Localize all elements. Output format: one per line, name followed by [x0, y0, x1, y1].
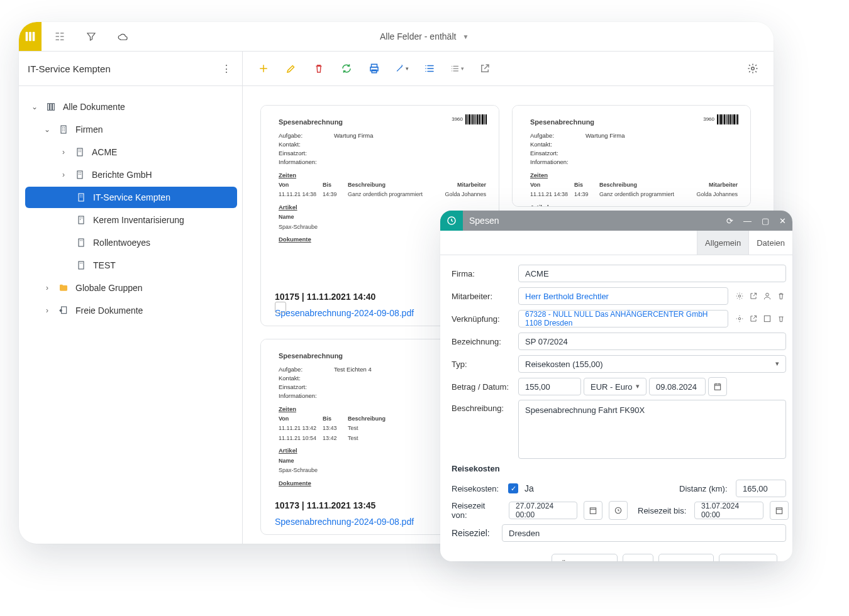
chevron-right-icon: ›: [59, 170, 68, 179]
label-firma: Firma:: [452, 269, 518, 278]
input-bezeichnung[interactable]: SP 07/2024: [518, 333, 786, 350]
dialog-titlebar[interactable]: Spesen ⟳ — ▢ ✕: [440, 211, 792, 231]
input-verknuepfung[interactable]: 67328 - NULL NULL Das ANHÄNGERCENTER Gmb…: [518, 310, 728, 327]
delete-icon[interactable]: [312, 62, 326, 75]
tree-label: Alle Dokumente: [63, 102, 233, 112]
svg-rect-10: [79, 216, 84, 224]
label-reisezeit-bis: Reisezeit bis:: [638, 506, 688, 515]
delete-icon[interactable]: [776, 291, 786, 301]
input-distanz[interactable]: 165,00: [736, 480, 786, 497]
person-icon[interactable]: [762, 291, 772, 301]
svg-rect-13: [62, 307, 67, 314]
tree-node-firmen[interactable]: ⌄ Firmen: [25, 119, 237, 140]
open-external-icon[interactable]: [748, 314, 758, 324]
sidebar: IT-Service Kempten ⋮ ⌄ Alle Dokumente ⌄ …: [19, 52, 243, 544]
svg-rect-12: [79, 261, 84, 269]
dialog-buttons: Übernehmen OK OK & Neu Abbrechen: [452, 546, 786, 561]
doc-preview: 3960 Spesenabrechnung Aufgabe:Wartung Fi…: [513, 106, 750, 207]
btn-uebernehmen[interactable]: Übernehmen: [552, 554, 618, 561]
btn-ok[interactable]: OK: [623, 554, 653, 561]
calendar-icon[interactable]: [770, 501, 789, 520]
calendar-icon[interactable]: [708, 377, 727, 396]
input-reisezeit-bis[interactable]: 31.07.2024 00:00: [694, 502, 763, 519]
cloud-icon[interactable]: [116, 30, 130, 43]
svg-point-20: [766, 293, 769, 296]
refresh-icon[interactable]: [340, 62, 353, 75]
input-datum[interactable]: 09.08.2024: [649, 378, 706, 395]
calendar-icon[interactable]: [584, 501, 602, 520]
document-export-icon: [58, 305, 69, 316]
select-typ[interactable]: Reisekosten (155,00): [518, 355, 786, 373]
tree-node-firma-selected[interactable]: IT-Service Kempten: [25, 187, 237, 208]
chevron-down-icon: ⌄: [30, 102, 39, 111]
checkbox-reisekosten[interactable]: ✓: [508, 483, 518, 493]
kebab-menu-icon[interactable]: ⋮: [219, 63, 233, 75]
input-betrag[interactable]: 155,00: [518, 378, 581, 395]
spesen-dialog: Spesen ⟳ — ▢ ✕ Allgemein Dateien Firma: …: [440, 211, 792, 561]
gear-icon[interactable]: [735, 314, 745, 324]
close-icon[interactable]: ✕: [779, 216, 786, 226]
chevron-right-icon: ›: [43, 283, 52, 292]
tree-node-firma[interactable]: TEST: [25, 255, 237, 276]
input-firma[interactable]: ACME: [518, 265, 786, 282]
input-reisezeit-von[interactable]: 27.07.2024 00:00: [509, 502, 577, 519]
caret-down-icon: ▼: [462, 33, 469, 40]
tree-node-firma[interactable]: › Berichte GmbH: [25, 164, 237, 185]
search-mode-select[interactable]: Alle Felder - enthält ▼: [380, 31, 469, 41]
clock-icon[interactable]: [609, 501, 628, 520]
tree-node-globale[interactable]: › Globale Gruppen: [25, 277, 237, 299]
building-icon: [74, 169, 86, 180]
select-waehrung[interactable]: EUR - Euro: [584, 378, 646, 395]
gear-icon[interactable]: [746, 62, 760, 75]
doc-card[interactable]: 3960 Spesenabrechnung Aufgabe:Wartung Fi…: [512, 105, 751, 207]
tree-node-firma[interactable]: Rollentwoeyes: [25, 232, 237, 253]
tree-label: ACME: [92, 147, 233, 157]
label-reiseziel: Reiseziel:: [452, 528, 502, 538]
gear-icon[interactable]: [735, 291, 745, 301]
print-icon[interactable]: [367, 62, 381, 75]
select-checkbox[interactable]: [275, 302, 286, 313]
search-mode-label: Alle Felder - enthält: [380, 31, 456, 41]
open-external-icon[interactable]: [478, 62, 492, 75]
magic-icon[interactable]: ▾: [395, 62, 409, 75]
label-bezeichnung: Bezeichnung:: [452, 337, 518, 346]
open-external-icon[interactable]: [748, 291, 758, 301]
tree-node-firma[interactable]: Kerem Inventarisierung: [25, 209, 237, 231]
delete-icon[interactable]: [776, 314, 786, 324]
input-reiseziel[interactable]: Dresden: [502, 524, 786, 542]
section-reisekosten: Reisekosten: [452, 464, 786, 473]
svg-rect-22: [764, 316, 770, 321]
tree-node-frei[interactable]: › Freie Dokumente: [25, 300, 237, 321]
building-icon: [75, 260, 87, 271]
reload-icon[interactable]: ⟳: [726, 216, 733, 226]
input-mitarbeiter[interactable]: Herr Berthold Brechtler: [518, 287, 728, 305]
btn-abbrechen[interactable]: Abbrechen: [719, 554, 777, 561]
tree-node-firma[interactable]: › ACME: [25, 141, 237, 163]
window-controls: ⟳ — ▢ ✕: [726, 216, 792, 226]
edit-icon[interactable]: [284, 62, 298, 75]
tree-node-root[interactable]: ⌄ Alle Dokumente: [25, 96, 237, 118]
add-icon[interactable]: [257, 62, 270, 75]
list-icon[interactable]: [423, 62, 436, 75]
tree: ⌄ Alle Dokumente ⌄ Firmen › ACME ›: [19, 86, 242, 544]
top-toolbar: Alle Felder - enthält ▼: [19, 22, 774, 52]
building-icon: [75, 192, 87, 203]
label-verknuepfung: Verknüpfung:: [452, 314, 518, 324]
tree-toggle-icon[interactable]: [53, 30, 67, 43]
tab-allgemein[interactable]: Allgemein: [697, 231, 748, 255]
label-reisekosten: Reisekosten:: [452, 484, 502, 493]
list-options-icon[interactable]: ▾: [450, 62, 464, 75]
dialog-body: Firma: ACME Mitarbeiter: Herr Berthold B…: [440, 255, 792, 561]
tab-dateien[interactable]: Dateien: [748, 231, 792, 255]
label-reisezeit-von: Reisezeit von:: [452, 501, 502, 520]
building-icon: [74, 146, 86, 158]
tree-label: Kerem Inventarisierung: [93, 215, 233, 225]
btn-ok-neu[interactable]: OK & Neu: [658, 554, 714, 561]
filter-icon[interactable]: [84, 30, 98, 43]
textarea-beschreibung[interactable]: Spesenabrechnung Fahrt FK90X: [518, 400, 786, 459]
link-icon[interactable]: [762, 314, 772, 324]
minimize-icon[interactable]: —: [743, 216, 752, 226]
svg-rect-3: [48, 104, 50, 111]
maximize-icon[interactable]: ▢: [762, 216, 769, 226]
svg-rect-5: [53, 104, 55, 111]
